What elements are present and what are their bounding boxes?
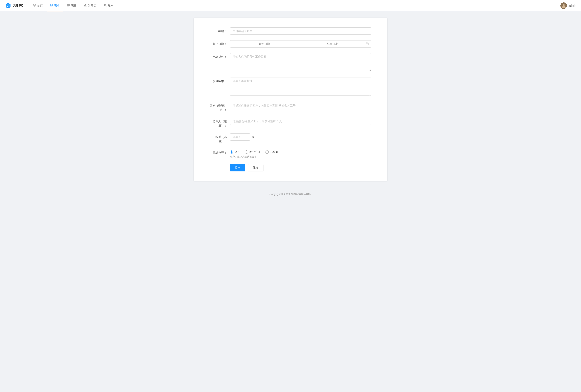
navbar-nav: 首页 表单 表格 xyxy=(30,0,560,11)
svg-text:J: J xyxy=(7,5,8,7)
customer-control xyxy=(230,102,371,109)
main-content: 标题： 起止日期： ~ xyxy=(0,11,581,188)
visibility-public-label: 公开 xyxy=(234,150,240,154)
table-icon xyxy=(67,4,70,7)
visibility-public-radio[interactable] xyxy=(230,151,233,154)
visibility-public[interactable]: 公开 xyxy=(230,150,240,154)
description-row: 目标描述： xyxy=(210,53,371,72)
reviewer-control xyxy=(230,118,371,125)
reviewer-input[interactable] xyxy=(230,118,371,125)
footer-text: Copyright © 2019 塞伯坦前端架构组 xyxy=(270,193,312,196)
date-row: 起止日期： ~ xyxy=(210,40,371,47)
title-row: 标题： xyxy=(210,27,371,35)
date-start-input[interactable] xyxy=(232,42,296,45)
metrics-control xyxy=(230,78,371,96)
visibility-row: 目标公开： 公开 部分公开 不公开 客户、邀评人默认 xyxy=(210,149,371,159)
visibility-control: 公开 部分公开 不公开 客户、邀评人默认被分享 xyxy=(230,149,371,159)
submit-button[interactable]: 提交 xyxy=(230,164,245,172)
weight-wrap: % xyxy=(230,133,371,141)
visibility-radio-group: 公开 部分公开 不公开 xyxy=(230,149,371,154)
home-icon xyxy=(33,4,36,7)
metrics-label: 衡量标准： xyxy=(210,78,230,83)
customer-label: 客户（选填） ? ： xyxy=(210,102,230,112)
form-icon xyxy=(50,4,53,7)
user-name: admin xyxy=(568,4,576,7)
date-range-picker[interactable]: ~ xyxy=(230,40,371,47)
form-actions: 提交 保存 xyxy=(210,164,371,172)
logo-icon: J xyxy=(5,2,11,9)
visibility-partial-label: 部分公开 xyxy=(249,150,261,154)
date-control: ~ xyxy=(230,40,371,47)
reviewer-label: 邀评人（选填）： xyxy=(210,118,230,128)
footer: Copyright © 2019 塞伯坦前端架构组 xyxy=(0,188,581,201)
nav-item-account[interactable]: 账户 xyxy=(100,0,116,11)
reviewer-row: 邀评人（选填）： xyxy=(210,118,371,128)
date-separator: ~ xyxy=(298,42,299,45)
warning-icon xyxy=(84,4,87,7)
form-card: 标题： 起止日期： ~ xyxy=(194,18,387,181)
nav-item-table[interactable]: 表格 xyxy=(64,0,80,11)
brand-link[interactable]: J JUI PC xyxy=(5,2,24,9)
svg-point-15 xyxy=(563,4,565,6)
visibility-private[interactable]: 不公开 xyxy=(266,150,278,154)
date-label: 起止日期： xyxy=(210,40,230,46)
visibility-private-radio[interactable] xyxy=(266,151,269,154)
nav-label-form: 表单 xyxy=(54,4,60,7)
visibility-private-label: 不公开 xyxy=(270,150,278,154)
save-button[interactable]: 保存 xyxy=(248,164,264,172)
title-control xyxy=(230,27,371,35)
visibility-partial[interactable]: 部分公开 xyxy=(245,150,261,154)
nav-label-error: 异常页 xyxy=(88,4,96,7)
metrics-textarea[interactable] xyxy=(230,78,371,96)
weight-input[interactable] xyxy=(230,133,250,141)
visibility-partial-radio[interactable] xyxy=(245,151,248,154)
brand-name: JUI PC xyxy=(13,4,24,7)
description-label: 目标描述： xyxy=(210,53,230,59)
weight-unit: % xyxy=(252,135,254,139)
avatar xyxy=(560,2,567,9)
nav-item-error[interactable]: 异常页 xyxy=(81,0,100,11)
date-end-input[interactable] xyxy=(301,42,364,45)
nav-label-table: 表格 xyxy=(71,4,77,7)
nav-item-home[interactable]: 首页 xyxy=(30,0,46,11)
nav-label-account: 账户 xyxy=(108,4,114,7)
weight-row: 权重（选填）： % xyxy=(210,133,371,143)
visibility-hint: 客户、邀评人默认被分享 xyxy=(230,155,371,159)
description-control xyxy=(230,53,371,72)
description-textarea[interactable] xyxy=(230,53,371,71)
nav-label-home: 首页 xyxy=(37,4,43,7)
nav-item-form[interactable]: 表单 xyxy=(47,0,63,11)
metrics-row: 衡量标准： xyxy=(210,78,371,96)
title-label: 标题： xyxy=(210,27,230,33)
weight-control: % xyxy=(230,133,371,141)
user-menu[interactable]: admin xyxy=(560,2,576,9)
customer-row: 客户（选填） ? ： xyxy=(210,102,371,112)
customer-info-icon[interactable]: ? xyxy=(220,109,223,111)
navbar: J JUI PC 首页 xyxy=(0,0,581,11)
weight-label: 权重（选填）： xyxy=(210,133,230,143)
user-icon xyxy=(104,4,106,7)
visibility-label: 目标公开： xyxy=(210,149,230,155)
svg-rect-16 xyxy=(366,43,368,45)
customer-input[interactable] xyxy=(230,102,371,109)
calendar-icon[interactable] xyxy=(366,42,368,46)
title-input[interactable] xyxy=(230,27,371,35)
